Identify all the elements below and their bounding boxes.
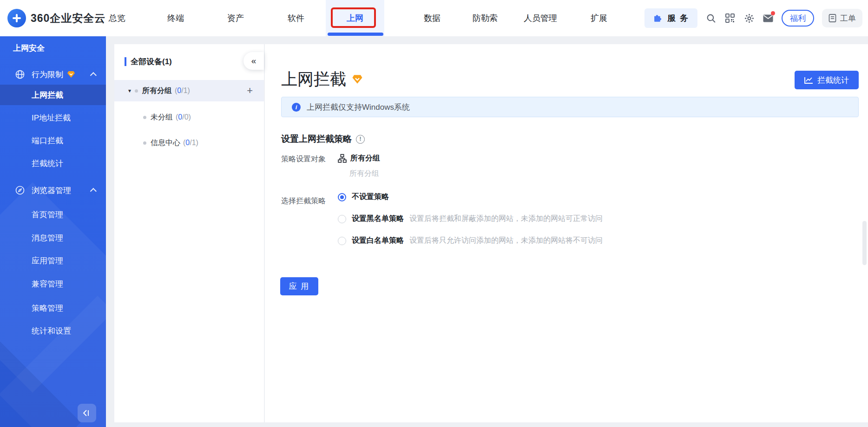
left-sidebar: 上网安全 行为限制 上网拦截 IP地址拦截 端口拦截 拦截统计 浏览器管理 首页… xyxy=(0,36,106,427)
qr-code-icon[interactable] xyxy=(724,13,736,24)
radio-option-no-policy[interactable]: 不设置策略 xyxy=(338,192,395,202)
mail-notification-icon[interactable] xyxy=(763,13,774,24)
apply-button[interactable]: 应 用 xyxy=(280,277,318,295)
scrollbar-thumb[interactable] xyxy=(862,221,867,265)
sidebar-group-browser-mgmt[interactable]: 浏览器管理 xyxy=(0,180,106,200)
target-value-text: 所有分组 xyxy=(350,153,380,163)
sidebar-item-ip-block[interactable]: IP地址拦截 xyxy=(0,107,106,128)
nav-tab-assets[interactable]: 资产 xyxy=(227,0,244,36)
info-banner: i 上网拦截仅支持Windows系统 xyxy=(281,97,859,117)
tree-node-info-center[interactable]: 信息中心 (0/1) xyxy=(114,132,264,153)
block-stats-button[interactable]: 拦截统计 xyxy=(795,71,859,89)
nav-tab-terminal[interactable]: 终端 xyxy=(167,0,184,36)
service-button[interactable]: 服 务 xyxy=(644,8,697,28)
status-dot xyxy=(143,141,146,145)
nav-tab-personnel[interactable]: 人员管理 xyxy=(524,0,557,36)
settings-gear-icon[interactable] xyxy=(743,13,755,24)
sidebar-item-port-block[interactable]: 端口拦截 xyxy=(0,130,106,151)
logo-icon xyxy=(7,9,26,27)
count-online: 0 xyxy=(177,87,181,95)
radio-icon[interactable] xyxy=(338,237,346,245)
target-sub-text: 所有分组 xyxy=(349,169,379,179)
sidebar-collapse-button[interactable] xyxy=(78,404,96,422)
topbar-actions: 服 务 福利 工单 xyxy=(644,0,862,36)
device-panel-header: 全部设备(1) xyxy=(125,56,172,67)
caret-down-icon[interactable]: ▾ xyxy=(128,87,135,94)
exclamation-circle-icon[interactable]: ! xyxy=(356,135,365,144)
group-label: 行为限制 xyxy=(32,69,63,80)
section-title-text: 设置上网拦截策略 xyxy=(281,133,352,145)
ticket-label: 工单 xyxy=(840,13,856,24)
welfare-label: 福利 xyxy=(790,13,806,24)
nav-tab-software[interactable]: 软件 xyxy=(288,0,304,36)
section-title: 设置上网拦截策略 ! xyxy=(281,133,365,145)
radio-icon[interactable] xyxy=(338,215,346,223)
radio-label: 设置黑名单策略 xyxy=(352,214,404,224)
logo-text: 360企业安全云 xyxy=(31,11,105,26)
tree-node-all-groups[interactable]: ▾ 所有分组 (0/1) + xyxy=(114,80,264,101)
nav-tab-extension[interactable]: 扩展 xyxy=(591,0,607,36)
main-content: 上网拦截 拦截统计 i 上网拦截仅支持Windows系统 设置上网拦截策略 ! … xyxy=(265,44,868,422)
vip-gem-icon xyxy=(67,71,75,78)
nav-tab-data[interactable]: 数据 xyxy=(424,0,441,36)
radio-desc: 设置后将拦截和屏蔽添加的网站，未添加的网站可正常访问 xyxy=(409,214,603,224)
sidebar-group-behavior-limit[interactable]: 行为限制 xyxy=(0,64,106,85)
count-total: /0) xyxy=(182,113,191,121)
ticket-button[interactable]: 工单 xyxy=(822,9,862,27)
vip-gem-icon xyxy=(352,74,363,84)
sidebar-item-stats-settings[interactable]: 统计和设置 xyxy=(0,320,106,341)
header-accent-bar xyxy=(125,57,126,66)
add-group-button[interactable]: + xyxy=(247,85,253,97)
sidebar-item-policy-mgmt[interactable]: 策略管理 xyxy=(0,298,106,318)
radio-desc: 设置后将只允许访问添加的网站，未添加的网站将不可访问 xyxy=(409,236,603,246)
status-dot xyxy=(135,89,138,93)
service-label: 服 务 xyxy=(667,13,689,24)
page-title: 上网拦截 xyxy=(281,68,363,90)
compass-icon xyxy=(15,185,25,195)
stats-button-label: 拦截统计 xyxy=(817,75,849,86)
search-icon[interactable] xyxy=(705,13,717,24)
nav-tab-antiransom[interactable]: 防勒索 xyxy=(473,0,498,36)
sidebar-item-compat-mgmt[interactable]: 兼容管理 xyxy=(0,274,106,294)
count-total: /1) xyxy=(181,87,190,95)
tree-node-label: 所有分组 xyxy=(142,86,172,96)
radio-label: 设置白名单策略 xyxy=(352,236,404,246)
sidebar-item-internet-block[interactable]: 上网拦截 xyxy=(0,85,106,105)
policy-target-value: 所有分组 xyxy=(338,153,380,163)
count-total: /1) xyxy=(190,139,198,147)
policy-label: 选择拦截策略 xyxy=(281,196,326,206)
count-online: 0 xyxy=(185,139,190,147)
app-logo: 360企业安全云 xyxy=(7,0,105,36)
radio-option-whitelist[interactable]: 设置白名单策略 设置后将只允许访问添加的网站，未添加的网站将不可访问 xyxy=(338,236,603,246)
tree-node-ungrouped[interactable]: 未分组 (0/0) xyxy=(114,107,264,128)
sidebar-item-message-mgmt[interactable]: 消息管理 xyxy=(0,227,106,248)
radio-option-blacklist[interactable]: 设置黑名单策略 设置后将拦截和屏蔽添加的网站，未添加的网站可正常访问 xyxy=(338,214,603,224)
page-title-text: 上网拦截 xyxy=(281,68,346,90)
info-icon: i xyxy=(292,103,301,112)
chevron-up-icon xyxy=(90,72,97,79)
globe-icon xyxy=(15,69,25,80)
group-label: 浏览器管理 xyxy=(32,185,71,196)
device-tree-panel: 全部设备(1) « ▾ 所有分组 (0/1) + 未分组 (0/0) 信息中心 … xyxy=(114,44,264,422)
line-chart-icon xyxy=(804,76,813,84)
sidebar-item-block-stats[interactable]: 拦截统计 xyxy=(0,153,106,173)
annotation-highlight-box xyxy=(331,7,376,28)
device-panel-title: 全部设备(1) xyxy=(131,56,172,67)
puzzle-icon xyxy=(653,13,663,23)
sidebar-item-app-mgmt[interactable]: 应用管理 xyxy=(0,250,106,271)
document-icon xyxy=(829,14,836,22)
tree-node-label: 信息中心 xyxy=(151,138,180,148)
chevron-up-icon xyxy=(90,188,97,194)
notification-badge xyxy=(771,11,775,15)
welfare-button[interactable]: 福利 xyxy=(782,10,814,27)
banner-text: 上网拦截仅支持Windows系统 xyxy=(307,102,410,113)
nav-tab-overview[interactable]: 总览 xyxy=(109,0,125,36)
count-online: 0 xyxy=(178,113,182,121)
sidebar-item-homepage-mgmt[interactable]: 首页管理 xyxy=(0,204,106,225)
top-navigation-bar: 360企业安全云 总览 终端 资产 软件 上网 数据 防勒索 人员管理 扩展 服… xyxy=(0,0,868,36)
target-label: 策略设置对象 xyxy=(281,154,326,164)
tree-node-label: 未分组 xyxy=(151,113,173,122)
status-dot xyxy=(143,116,146,119)
panel-collapse-button[interactable]: « xyxy=(243,52,264,70)
radio-selected-icon[interactable] xyxy=(338,193,346,201)
